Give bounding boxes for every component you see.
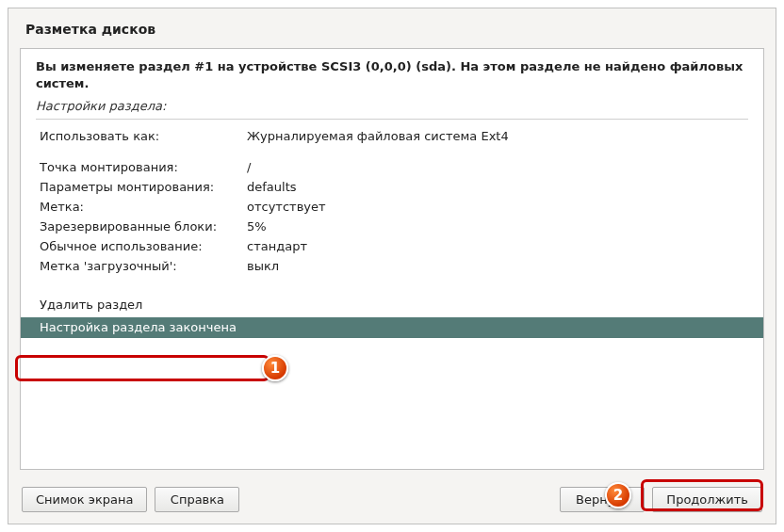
continue-button[interactable]: Продолжить xyxy=(652,487,762,512)
setting-value[interactable]: defaults xyxy=(247,180,744,194)
setting-value[interactable]: / xyxy=(247,160,744,174)
setting-label[interactable]: Использовать как: xyxy=(40,129,247,143)
button-bar: Снимок экрана Справка Вернуть Продолжить xyxy=(8,479,776,524)
setting-value[interactable]: стандарт xyxy=(247,239,744,253)
done-partition-item[interactable]: Настройка раздела закончена xyxy=(21,317,763,338)
back-button[interactable]: Вернуть xyxy=(560,487,645,512)
delete-partition-item[interactable]: Удалить раздел xyxy=(21,294,763,315)
info-text: Вы изменяете раздел #1 на устройстве SCS… xyxy=(21,49,763,99)
setting-value[interactable]: выкл xyxy=(247,259,744,273)
setting-value[interactable]: 5% xyxy=(247,219,744,234)
setting-label[interactable]: Обычное использование: xyxy=(40,239,247,253)
spacer xyxy=(247,487,552,512)
content-frame: Вы изменяете раздел #1 на устройстве SCS… xyxy=(20,48,764,470)
setting-label[interactable]: Параметры монтирования: xyxy=(40,180,247,194)
setting-label[interactable]: Точка монтирования: xyxy=(40,160,247,174)
page-title: Разметка дисков xyxy=(8,8,776,44)
divider xyxy=(36,119,748,120)
spacer xyxy=(21,281,763,294)
setting-label[interactable]: Зарезервированные блоки: xyxy=(40,219,247,234)
screenshot-button[interactable]: Снимок экрана xyxy=(22,487,147,512)
partition-settings: Использовать как: Журналируемая файловая… xyxy=(21,127,763,281)
help-button[interactable]: Справка xyxy=(155,487,239,512)
setting-value[interactable]: Журналируемая файловая система Ext4 xyxy=(247,129,744,143)
spacer xyxy=(40,149,744,154)
installer-window: Разметка дисков Вы изменяете раздел #1 н… xyxy=(8,8,776,524)
setting-value[interactable]: отсутствует xyxy=(247,200,744,214)
section-subtitle: Настройки раздела: xyxy=(21,99,763,119)
setting-label[interactable]: Метка 'загрузочный': xyxy=(40,259,247,273)
setting-label[interactable]: Метка: xyxy=(40,200,247,214)
